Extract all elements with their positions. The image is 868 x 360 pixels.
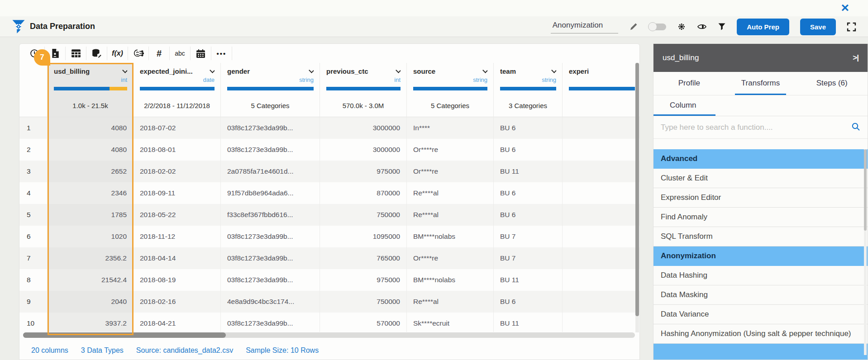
toggle-switch[interactable]	[649, 24, 666, 30]
table-cell[interactable]: 2018-04-21	[134, 313, 221, 332]
search-icon[interactable]	[851, 122, 860, 133]
table-cell[interactable]: BM****nolabs	[407, 269, 494, 291]
subtab-column[interactable]: Column	[653, 95, 868, 116]
table-cell[interactable]: BU 11	[494, 161, 563, 182]
table-cell[interactable]: 2a0785fa71e4601d...	[221, 161, 320, 182]
chevron-down-icon[interactable]	[396, 67, 401, 73]
table-cell[interactable]: 975000	[320, 161, 407, 182]
column-header-gender[interactable]: genderstring	[221, 63, 320, 97]
table-cell[interactable]: 2018-09-11	[134, 182, 221, 204]
column-header-expected_joini[interactable]: expected_joini...date	[134, 63, 221, 97]
close-icon[interactable]: ×	[841, 0, 849, 15]
table-cell[interactable]: 570000	[320, 313, 407, 332]
table-cell[interactable]: BU 6	[494, 291, 563, 313]
text-icon[interactable]: abc	[170, 47, 190, 60]
table-cell[interactable]: 2018-08-01	[134, 139, 221, 161]
function-icon[interactable]: f(x)	[107, 47, 128, 60]
table-cell[interactable]: 2018-11-12	[134, 226, 221, 247]
table-cell[interactable]: 1020	[48, 226, 134, 247]
status-sample-size[interactable]: Sample Size: 10 Rows	[246, 346, 319, 355]
database-edit-icon[interactable]	[86, 47, 107, 60]
table-cell[interactable]: 2018-08-19	[134, 269, 221, 291]
prep-name-input[interactable]: Anonymization	[551, 20, 619, 33]
table-cell[interactable]: 2356.2	[48, 247, 134, 269]
table-cell[interactable]: 870000	[320, 182, 407, 204]
tab-transforms[interactable]: Transforms	[725, 72, 796, 95]
table-cell[interactable]: 765000	[320, 247, 407, 269]
table-cell[interactable]: BU 6	[494, 139, 563, 161]
table-cell[interactable]: 4e8a9d9c4bc3c174...	[221, 291, 320, 313]
chevron-down-icon[interactable]	[551, 67, 556, 73]
table-cell[interactable]: 3000000	[320, 117, 407, 139]
chevron-down-icon[interactable]	[482, 67, 487, 73]
table-cell[interactable]: 1785	[48, 204, 134, 226]
table-cell[interactable]: 03f8c1273e3da99b...	[221, 269, 320, 291]
table-cell[interactable]	[563, 313, 639, 332]
save-button[interactable]: Save	[800, 19, 836, 35]
function-item-expression-editor[interactable]: Expression Editor	[653, 188, 868, 208]
function-item-anonymization[interactable]: Anonymization	[653, 246, 868, 266]
function-item-data-hashing[interactable]: Data Hashing	[653, 266, 868, 285]
edit-pencil-icon[interactable]	[629, 22, 638, 31]
number-icon[interactable]: #	[149, 47, 169, 60]
table-cell[interactable]: 750000	[320, 291, 407, 313]
table-cell[interactable]	[563, 139, 639, 161]
table-cell[interactable]: Sk****ecruit	[407, 313, 494, 332]
function-item-partial[interactable]	[653, 344, 868, 360]
table-cell[interactable]: Re****al	[407, 291, 494, 313]
function-search-bar[interactable]: Type here to search a function....	[653, 116, 868, 139]
chevron-down-icon[interactable]	[122, 67, 127, 73]
function-item-cluster-edit[interactable]: Cluster & Edit	[653, 169, 868, 188]
table-cell[interactable]: Re****al	[407, 204, 494, 226]
status-data-types[interactable]: 3 Data Types	[81, 346, 124, 355]
table-cell[interactable]	[563, 291, 639, 313]
function-item-data-masking[interactable]: Data Masking	[653, 285, 868, 305]
table-cell[interactable]: 2018-04-14	[134, 247, 221, 269]
table-cell[interactable]: 3000000	[320, 139, 407, 161]
ai-transform-icon[interactable]	[128, 47, 148, 60]
table-cell[interactable]	[563, 226, 639, 247]
column-header-experi[interactable]: experi	[563, 63, 640, 97]
table-cell[interactable]	[563, 161, 639, 182]
table-cell[interactable]: BU 6	[494, 204, 563, 226]
table-cell[interactable]: 975000	[320, 269, 407, 291]
table-cell[interactable]: 4080	[48, 117, 134, 139]
table-cell[interactable]	[563, 204, 639, 226]
table-cell[interactable]: Or****re	[407, 139, 494, 161]
vertical-scrollbar-thumb[interactable]	[635, 63, 639, 316]
tab-profile[interactable]: Profile	[653, 72, 725, 95]
collapse-panel-icon[interactable]: >|	[853, 53, 858, 62]
table-cell[interactable]: 21542.4	[48, 269, 134, 291]
table-cell[interactable]: 2018-02-16	[134, 291, 221, 313]
horizontal-scrollbar[interactable]	[23, 332, 635, 338]
table-cell[interactable]: 91f57db8e964ada6...	[221, 182, 320, 204]
panel-scrollbar-thumb[interactable]	[864, 149, 867, 231]
table-cell[interactable]: 2652	[48, 161, 134, 182]
status-source-file[interactable]: Source: candidates_data2.csv	[136, 346, 233, 355]
table-cell[interactable]: 2018-07-02	[134, 117, 221, 139]
table-cell[interactable]: BU 6	[494, 182, 563, 204]
fullscreen-icon[interactable]	[847, 22, 856, 32]
table-cell[interactable]	[563, 117, 639, 139]
panel-scrollbar[interactable]	[864, 149, 867, 355]
table-cell[interactable]: 4080	[48, 139, 134, 161]
column-header-team[interactable]: teamstring	[494, 63, 563, 97]
table-cell[interactable]: 2018-02-02	[134, 161, 221, 182]
auto-prep-button[interactable]: Auto Prep	[737, 19, 789, 35]
table-cell[interactable]: 2346	[48, 182, 134, 204]
table-cell[interactable]: In****	[407, 117, 494, 139]
table-cell[interactable]: 03f8c1273e3da99b...	[221, 226, 320, 247]
table-cell[interactable]: BU 7	[494, 226, 563, 247]
table-cell[interactable]: 03f8c1273e3da99b...	[221, 117, 320, 139]
table-cell[interactable]	[563, 269, 639, 291]
chevron-down-icon[interactable]	[309, 67, 314, 73]
function-item-advanced[interactable]: Advanced	[653, 149, 868, 169]
filter-icon[interactable]	[718, 23, 726, 31]
function-item-data-variance[interactable]: Data Variance	[653, 305, 868, 324]
table-cell[interactable]: BU 6	[494, 117, 563, 139]
gear-icon[interactable]	[677, 22, 686, 31]
horizontal-scrollbar-thumb[interactable]	[23, 332, 226, 338]
table-cell[interactable]: f33c8ef367fbbd616...	[221, 204, 320, 226]
column-header-usd_billing[interactable]: usd_billingint	[48, 63, 134, 97]
column-header-source[interactable]: sourcestring	[407, 63, 494, 97]
